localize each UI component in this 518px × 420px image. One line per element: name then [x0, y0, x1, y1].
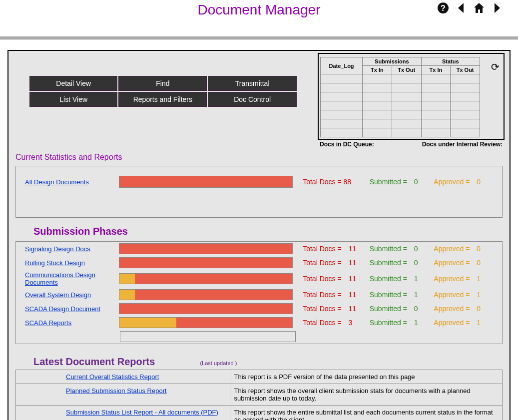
nav-back-icon[interactable] [455, 2, 467, 14]
main-panel: Detail View Find Transmittal List View R… [7, 50, 511, 420]
phase-approved: Approved = 0 [434, 259, 493, 267]
phase-submitted: Submitted = 1 [370, 319, 434, 327]
nav-button-grid: Detail View Find Transmittal List View R… [28, 75, 298, 108]
divider-bar [0, 36, 518, 40]
report-desc: This report shows the overall client sub… [230, 384, 502, 406]
phase-approved: Approved = 1 [434, 291, 493, 299]
col-date-log: Date_Log [321, 57, 363, 74]
help-icon[interactable]: ? [437, 2, 449, 14]
col-status-txout: Tx Out [451, 66, 480, 74]
phase-total: Total Docs = 11 [303, 291, 370, 299]
phase-total: Total Docs = 11 [303, 259, 370, 267]
phase-row: SCADA ReportsTotal Docs = 3Submitted = 1… [16, 316, 502, 330]
report-link[interactable]: Planned Submission Status Report [66, 387, 167, 395]
phase-row: Communications Design DocumentsTotal Doc… [16, 270, 502, 288]
col-submissions: Submissions [363, 57, 421, 66]
link-all-design-docs[interactable]: All Design Documents [25, 178, 119, 186]
phase-row: SCADA Design DocumentTotal Docs = 11Subm… [16, 302, 502, 316]
phase-link[interactable]: SCADA Design Document [25, 305, 119, 313]
col-status-txin: Tx In [421, 66, 451, 74]
report-desc: This report shows the entire submittal l… [230, 406, 502, 420]
col-subs-txin: Tx In [363, 66, 392, 74]
phase-approved: Approved = 1 [434, 275, 493, 283]
docs-dc-queue-label: Docs in DC Queue: [320, 141, 374, 148]
phase-bar [119, 303, 293, 314]
overall-stats-box: All Design Documents Total Docs = 88 Sub… [15, 166, 503, 218]
phases-box: Signaling Design DocsTotal Docs = 11Subm… [15, 241, 503, 344]
nav-doc-control[interactable]: Doc Control [208, 92, 297, 107]
submissions-status-panel: ⟳ Date_Log Submissions Status Tx In Tx O… [318, 53, 505, 140]
report-desc: This report is a PDF version of the data… [230, 370, 502, 384]
phase-submitted: Submitted = 1 [370, 291, 434, 299]
phase-link[interactable]: SCADA Reports [25, 319, 119, 327]
nav-transmittal[interactable]: Transmittal [208, 76, 297, 91]
phase-approved: Approved = 0 [434, 305, 493, 313]
overall-submitted: Submitted = 0 [370, 178, 434, 186]
empty-bar [120, 331, 296, 342]
phase-link[interactable]: Overall System Design [25, 291, 119, 299]
phase-total: Total Docs = 3 [303, 319, 370, 327]
phase-bar [119, 317, 293, 328]
phase-row: Rolling Stock DesignTotal Docs = 11Submi… [16, 256, 502, 270]
phase-submitted: Submitted = 0 [370, 305, 434, 313]
refresh-icon[interactable]: ⟳ [491, 61, 500, 73]
nav-reports-filters[interactable]: Reports and Filters [118, 92, 207, 107]
overall-approved: Approved = 0 [434, 178, 493, 186]
submission-phases-heading: Submission Phases [33, 226, 505, 237]
overall-bar [119, 176, 293, 188]
current-stats-heading: Current Statistics and Reports [15, 153, 505, 162]
phase-bar [119, 273, 293, 284]
phase-row: Overall System DesignTotal Docs = 11Subm… [16, 288, 502, 302]
phase-total: Total Docs = 11 [303, 305, 370, 313]
home-icon[interactable] [473, 2, 485, 14]
report-link[interactable]: Current Overall Statistics Report [66, 373, 159, 381]
phase-bar [119, 243, 293, 254]
svg-text:?: ? [441, 4, 446, 12]
nav-list-view[interactable]: List View [29, 92, 117, 107]
phase-row: Signaling Design DocsTotal Docs = 11Subm… [16, 242, 502, 256]
latest-reports-heading: Latest Document Reports [33, 356, 155, 368]
phase-link[interactable]: Rolling Stock Design [25, 259, 119, 267]
phase-submitted: Submitted = 0 [370, 245, 434, 253]
phase-bar [119, 257, 293, 268]
phase-bar [119, 289, 293, 300]
phase-approved: Approved = 1 [434, 319, 493, 327]
phase-link[interactable]: Communications Design Documents [25, 271, 119, 286]
nav-detail-view[interactable]: Detail View [29, 76, 117, 91]
phase-submitted: Submitted = 0 [370, 259, 434, 267]
last-updated-label: (Last updated ) [200, 360, 237, 366]
nav-forward-icon[interactable] [491, 2, 503, 14]
phase-total: Total Docs = 11 [303, 245, 370, 253]
reports-table: Current Overall Statistics ReportThis re… [15, 370, 503, 420]
report-link[interactable]: Submission Status List Report - All docu… [66, 409, 218, 416]
overall-total: Total Docs = 88 [303, 178, 370, 186]
col-subs-txout: Tx Out [392, 66, 421, 74]
nav-find[interactable]: Find [118, 76, 207, 91]
phase-submitted: Submitted = 1 [370, 275, 434, 283]
col-status: Status [421, 57, 480, 66]
docs-internal-review-label: Docs under Internal Review: [422, 141, 503, 148]
phase-approved: Approved = 0 [434, 245, 493, 253]
phase-total: Total Docs = 11 [303, 275, 370, 283]
phase-link[interactable]: Signaling Design Docs [25, 245, 119, 253]
